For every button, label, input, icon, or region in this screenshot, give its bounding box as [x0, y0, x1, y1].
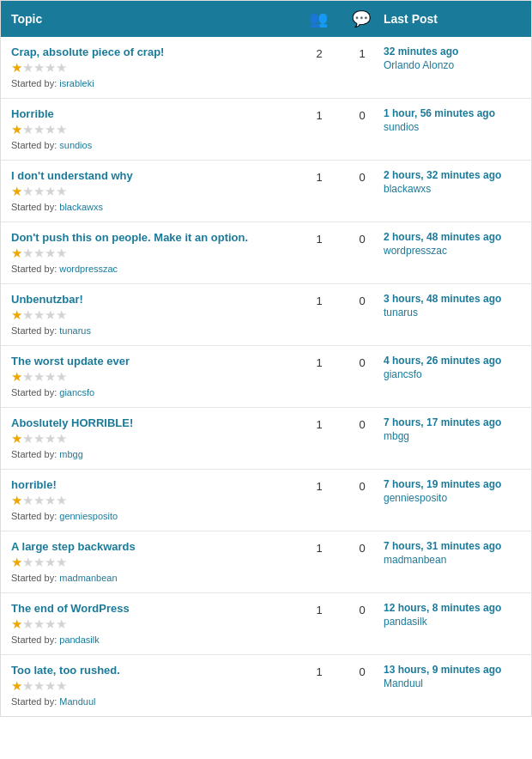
- row-lastpost: 12 hours, 8 minutes ago pandasilk: [384, 602, 521, 628]
- author-link[interactable]: Manduul: [59, 696, 95, 707]
- star-empty: ★: [56, 308, 67, 321]
- star-empty: ★: [56, 617, 67, 630]
- row-topic: Don't push this on people. Make it an op…: [11, 231, 298, 275]
- author-link[interactable]: wordpresszac: [59, 264, 118, 274]
- row-voices: 1: [298, 664, 341, 678]
- started-by: Started by: madmanbean: [11, 573, 118, 583]
- star-empty: ★: [22, 246, 33, 259]
- table-row: The worst update ever ★★★★★ Started by: …: [1, 346, 531, 408]
- table-row: Too late, too rushed. ★★★★★ Started by: …: [1, 655, 531, 716]
- star-empty: ★: [33, 61, 45, 74]
- row-topic: Crap, absolute piece of crap! ★★★★★ Star…: [11, 46, 298, 89]
- lastpost-user[interactable]: madmanbean: [384, 554, 521, 566]
- star-empty: ★: [22, 556, 33, 568]
- topic-title-link[interactable]: Too late, too rushed.: [11, 664, 291, 677]
- started-by: Started by: isrableki: [11, 78, 94, 88]
- author-link[interactable]: giancsfo: [59, 387, 94, 398]
- star-empty: ★: [45, 123, 56, 136]
- row-topic: Aboslutely HORRIBLE! ★★★★★ Started by: m…: [11, 416, 298, 460]
- lastpost-user[interactable]: Manduul: [384, 677, 521, 689]
- row-voices: 1: [298, 540, 341, 555]
- lastpost-user[interactable]: genniesposito: [384, 492, 521, 504]
- lastpost-time: 4 hours, 26 minutes ago: [384, 355, 521, 367]
- topic-title-link[interactable]: The end of WordPress: [11, 602, 291, 615]
- row-voices: 1: [298, 416, 341, 431]
- author-link[interactable]: isrableki: [59, 78, 94, 88]
- topic-title-link[interactable]: Unbenutzbar!: [11, 293, 291, 306]
- author-link[interactable]: madmanbean: [59, 573, 117, 583]
- lastpost-user[interactable]: mbgg: [384, 430, 521, 442]
- star-empty: ★: [45, 432, 56, 445]
- star-rating: ★★★★★: [11, 494, 291, 507]
- lastpost-user[interactable]: wordpresszac: [384, 245, 521, 257]
- star-rating: ★★★★★: [11, 185, 291, 197]
- star-filled: ★: [11, 123, 22, 136]
- star-empty: ★: [22, 494, 33, 507]
- author-link[interactable]: tunarus: [59, 325, 91, 336]
- topic-title-link[interactable]: horrible!: [11, 478, 291, 491]
- star-empty: ★: [56, 432, 67, 445]
- row-posts: 0: [341, 540, 384, 555]
- row-lastpost: 1 hour, 56 minutes ago sundios: [384, 107, 521, 133]
- row-posts: 0: [341, 478, 384, 493]
- topic-title-link[interactable]: The worst update ever: [11, 355, 291, 367]
- author-link[interactable]: mbgg: [59, 449, 83, 459]
- topic-title-link[interactable]: Crap, absolute piece of crap!: [11, 46, 291, 58]
- author-link[interactable]: blackawxs: [59, 202, 103, 212]
- author-link[interactable]: sundios: [59, 140, 92, 150]
- lastpost-time: 1 hour, 56 minutes ago: [384, 107, 521, 119]
- row-lastpost: 4 hours, 26 minutes ago giancsfo: [384, 355, 521, 380]
- topic-title-link[interactable]: Don't push this on people. Make it an op…: [11, 231, 291, 244]
- author-link[interactable]: genniesposito: [59, 511, 118, 521]
- author-link[interactable]: pandasilk: [59, 635, 99, 645]
- table-row: I don't understand why ★★★★★ Started by:…: [1, 161, 531, 222]
- row-lastpost: 3 hours, 48 minutes ago tunarus: [384, 293, 521, 319]
- row-lastpost: 13 hours, 9 minutes ago Manduul: [384, 664, 521, 689]
- star-filled: ★: [11, 246, 22, 259]
- lastpost-user[interactable]: sundios: [384, 121, 521, 133]
- lastpost-user[interactable]: giancsfo: [384, 368, 521, 380]
- row-posts: 0: [341, 107, 384, 122]
- lastpost-time: 3 hours, 48 minutes ago: [384, 293, 521, 305]
- star-rating: ★★★★★: [11, 123, 291, 136]
- star-empty: ★: [33, 432, 45, 445]
- lastpost-user[interactable]: pandasilk: [384, 616, 521, 628]
- lastpost-user[interactable]: Orlando Alonzo: [384, 59, 521, 71]
- lastpost-time: 7 hours, 19 minutes ago: [384, 478, 521, 490]
- row-voices: 1: [298, 293, 341, 307]
- topic-title-link[interactable]: Aboslutely HORRIBLE!: [11, 416, 291, 429]
- row-posts: 0: [341, 602, 384, 616]
- lastpost-time: 13 hours, 9 minutes ago: [384, 664, 521, 676]
- table-row: Don't push this on people. Make it an op…: [1, 222, 531, 284]
- star-empty: ★: [56, 494, 67, 507]
- star-filled: ★: [11, 617, 22, 630]
- star-rating: ★★★★★: [11, 308, 291, 321]
- star-empty: ★: [33, 246, 45, 259]
- topic-title-link[interactable]: I don't understand why: [11, 169, 291, 182]
- started-by: Started by: genniesposito: [11, 511, 118, 521]
- started-by: Started by: wordpresszac: [11, 264, 118, 274]
- topic-title-link[interactable]: A large step backwards: [11, 540, 291, 553]
- star-empty: ★: [45, 370, 56, 383]
- star-empty: ★: [33, 123, 45, 136]
- star-empty: ★: [56, 123, 67, 136]
- row-voices: 1: [298, 602, 341, 616]
- star-filled: ★: [11, 61, 22, 74]
- star-empty: ★: [56, 679, 67, 692]
- star-rating: ★★★★★: [11, 679, 291, 692]
- lastpost-user[interactable]: tunarus: [384, 307, 521, 319]
- table-row: Unbenutzbar! ★★★★★ Started by: tunarus 1…: [1, 284, 531, 346]
- star-empty: ★: [45, 185, 56, 197]
- star-empty: ★: [33, 185, 45, 197]
- star-filled: ★: [11, 679, 22, 692]
- star-empty: ★: [22, 123, 33, 136]
- topic-title-link[interactable]: Horrible: [11, 107, 291, 120]
- row-lastpost: 2 hours, 48 minutes ago wordpresszac: [384, 231, 521, 257]
- row-topic: A large step backwards ★★★★★ Started by:…: [11, 540, 298, 584]
- table-row: Horrible ★★★★★ Started by: sundios 1 0 1…: [1, 99, 531, 161]
- row-voices: 1: [298, 107, 341, 122]
- row-lastpost: 7 hours, 17 minutes ago mbgg: [384, 416, 521, 442]
- lastpost-user[interactable]: blackawxs: [384, 183, 521, 195]
- star-empty: ★: [45, 556, 56, 568]
- star-empty: ★: [56, 370, 67, 383]
